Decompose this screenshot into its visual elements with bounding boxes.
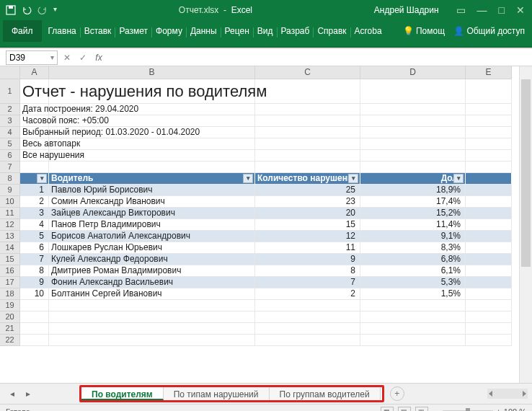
zoom-out-icon[interactable]: − (435, 407, 440, 412)
cell[interactable] (49, 300, 255, 311)
cell[interactable] (255, 115, 360, 127)
cell[interactable]: 6,8% (360, 254, 466, 265)
horizontal-scrollbar[interactable] (487, 389, 528, 399)
ribbon-tab[interactable]: Размет (115, 20, 151, 42)
cell[interactable] (360, 323, 466, 335)
cell[interactable]: Кулей Александр Федорович (49, 254, 255, 265)
cell[interactable]: 18,9% (360, 185, 466, 196)
cell[interactable]: 7 (255, 277, 360, 288)
cell[interactable] (466, 265, 512, 277)
row-header[interactable]: 8 (0, 173, 20, 185)
cancel-icon[interactable]: ✕ (59, 53, 75, 63)
redo-icon[interactable] (37, 5, 48, 15)
filter-dropdown-icon[interactable] (348, 174, 358, 183)
table-header-driver[interactable]: Водитель (49, 173, 255, 185)
minimize-icon[interactable]: ― (477, 5, 487, 15)
row-header[interactable]: 12 (0, 219, 20, 231)
table-header-num[interactable]: № (20, 173, 49, 185)
enter-icon[interactable]: ✓ (75, 53, 91, 63)
share-button[interactable]: 👤 Общий доступ (453, 26, 525, 36)
ribbon-tab[interactable]: Разраб (278, 20, 314, 42)
ribbon-tab[interactable]: Acroba (351, 20, 386, 42)
cell[interactable]: 6 (20, 242, 49, 254)
cell[interactable] (360, 150, 466, 162)
cell[interactable] (466, 185, 512, 196)
ribbon-tab[interactable]: Вид (254, 20, 277, 42)
zoom-in-icon[interactable]: + (496, 407, 500, 412)
table-header-count[interactable]: Количество нарушений (255, 173, 360, 185)
tab-file[interactable]: Файл (3, 20, 42, 42)
sheet-tab-types[interactable]: По типам нарушений (164, 387, 270, 400)
row-header[interactable]: 21 (0, 323, 20, 335)
user-name[interactable]: Андрей Шадрин (374, 5, 439, 15)
cell[interactable] (360, 127, 466, 138)
ribbon-tab[interactable]: Форму (152, 20, 186, 42)
cell[interactable]: 8 (20, 265, 49, 277)
cell[interactable]: Павлов Юрий Борисович (49, 185, 255, 196)
cell[interactable] (49, 323, 255, 335)
table-header-share[interactable]: Доля (360, 173, 466, 185)
cell[interactable] (466, 277, 512, 288)
cell[interactable] (466, 173, 512, 185)
cell[interactable] (466, 150, 512, 162)
column-headers[interactable]: A B C D E (20, 66, 519, 79)
row-headers[interactable]: 12345678910111213141516171819202122 (0, 79, 20, 346)
ribbon-tab[interactable]: Данны (187, 20, 221, 42)
add-sheet-icon[interactable]: + (390, 386, 404, 401)
undo-icon[interactable] (22, 5, 32, 15)
close-icon[interactable]: ✕ (516, 5, 525, 15)
sheet-tab-groups[interactable]: По группам водителей (270, 387, 381, 400)
cell[interactable] (466, 138, 512, 150)
cell[interactable]: 8,3% (360, 242, 466, 254)
column-header-E[interactable]: E (466, 66, 512, 79)
cell[interactable]: 3 (20, 208, 49, 219)
cell[interactable] (360, 79, 466, 104)
cell[interactable]: Фонин Александр Васильевич (49, 277, 255, 288)
cell[interactable]: Весь автопарк (20, 138, 49, 150)
cell[interactable] (466, 79, 512, 104)
row-header[interactable]: 6 (0, 150, 20, 162)
page-layout-view-icon[interactable]: ▤ (398, 407, 411, 412)
cell[interactable] (466, 196, 512, 208)
cell[interactable] (466, 219, 512, 231)
cell[interactable] (255, 335, 360, 346)
cell[interactable]: 11,4% (360, 219, 466, 231)
cell[interactable] (466, 115, 512, 127)
cell[interactable]: Панов Петр Владимирович (49, 219, 255, 231)
view-switcher[interactable]: ▦ ▤ ▣ (381, 407, 428, 412)
ribbon-tab[interactable]: Рецен (221, 20, 253, 42)
cell[interactable]: 6,1% (360, 265, 466, 277)
row-header[interactable]: 3 (0, 115, 20, 127)
fx-icon[interactable]: fx (91, 53, 107, 63)
maximize-icon[interactable]: □ (499, 5, 505, 15)
cell[interactable] (20, 162, 49, 173)
tell-me[interactable]: 💡 Помощ (403, 26, 445, 36)
cell[interactable] (466, 127, 512, 138)
cell[interactable] (255, 311, 360, 323)
cell[interactable] (49, 311, 255, 323)
filter-dropdown-icon[interactable] (453, 174, 464, 183)
cell[interactable]: Лошкарев Руслан Юрьевич (49, 242, 255, 254)
cell[interactable] (360, 115, 466, 127)
column-header-C[interactable]: C (255, 66, 360, 79)
cell[interactable]: Болтанин Сергей Иванович (49, 288, 255, 300)
row-header[interactable]: 16 (0, 265, 20, 277)
row-header[interactable]: 2 (0, 104, 20, 115)
cell[interactable] (255, 79, 360, 104)
cell[interactable]: Дата построения: 29.04.2020 (20, 104, 49, 115)
cell[interactable] (466, 300, 512, 311)
cell[interactable] (466, 254, 512, 265)
cell[interactable]: 8 (255, 265, 360, 277)
cell[interactable] (20, 311, 49, 323)
cell[interactable] (49, 335, 255, 346)
row-header[interactable]: 7 (0, 162, 20, 173)
cell[interactable] (466, 104, 512, 115)
cell[interactable] (49, 162, 255, 173)
column-header-A[interactable]: A (20, 66, 49, 79)
cell[interactable]: 1 (20, 185, 49, 196)
cell[interactable]: 12 (255, 231, 360, 242)
formula-input[interactable] (107, 50, 532, 65)
column-header-D[interactable]: D (360, 66, 466, 79)
cell[interactable]: Часовой пояс: +05:00 (20, 115, 49, 127)
spreadsheet-grid[interactable]: A B C D E 123456789101112131415161718192… (0, 66, 532, 384)
